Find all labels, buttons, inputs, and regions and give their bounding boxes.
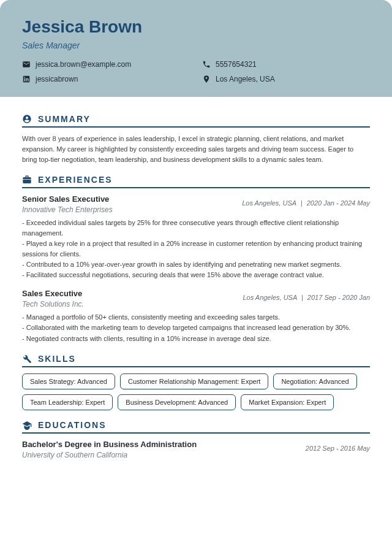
skill-pill: Market Expansion: Expert <box>241 394 334 410</box>
experience-bullets: - Exceeded individual sales targets by 2… <box>22 218 370 280</box>
section-title: EDUCATIONS <box>38 420 107 430</box>
user-icon <box>22 114 32 124</box>
section-summary: SUMMARY With over 8 years of experience … <box>22 114 370 165</box>
bullet: - Managed a portfolio of 50+ clients, co… <box>22 312 370 323</box>
contact-location: Los Angeles, USA <box>202 75 370 83</box>
contact-grid: jessica.brown@example.com 5557654321 jes… <box>22 60 370 83</box>
education-degree: Bachelor's Degree in Business Administra… <box>22 440 197 449</box>
section-experiences: EXPERIENCES Senior Sales Executive Innov… <box>22 175 370 343</box>
section-title: SUMMARY <box>38 114 91 124</box>
contact-linkedin: jessicabrown <box>22 75 190 83</box>
section-title-row: EDUCATIONS <box>22 420 370 434</box>
briefcase-icon <box>22 175 32 185</box>
experience-role: Senior Sales Executive <box>22 194 113 204</box>
skill-pill: Negotiation: Advanced <box>273 373 356 389</box>
contact-email-text: jessica.brown@example.com <box>36 60 131 69</box>
email-icon <box>22 60 31 69</box>
bullet: - Exceeded individual sales targets by 2… <box>22 218 370 239</box>
section-educations: EDUCATIONS Bachelor's Degree in Business… <box>22 420 370 459</box>
contact-email: jessica.brown@example.com <box>22 60 190 69</box>
section-skills: SKILLS Sales Strategy: Advanced Customer… <box>22 354 370 410</box>
bullet: - Negotiated contracts with clients, res… <box>22 334 370 344</box>
experience-meta: Los Angeles, USA | 2020 Jan - 2024 May <box>242 194 370 207</box>
summary-text: With over 8 years of experience in sales… <box>22 134 370 165</box>
skills-list: Sales Strategy: Advanced Customer Relati… <box>22 373 370 410</box>
experience-location: Los Angeles, USA <box>242 199 296 207</box>
section-title-row: EXPERIENCES <box>22 175 370 188</box>
experience-location: Los Angeles, USA <box>243 294 296 301</box>
resume-content: SUMMARY With over 8 years of experience … <box>0 97 392 488</box>
education-item: Bachelor's Degree in Business Administra… <box>22 440 370 459</box>
experience-item: Sales Executive Tech Solutions Inc. Los … <box>22 289 370 343</box>
graduation-icon <box>22 420 32 430</box>
location-icon <box>202 75 211 83</box>
bullet: - Contributed to a 10% year-over-year gr… <box>22 259 370 270</box>
person-name: Jessica Brown <box>22 17 370 37</box>
experience-company: Innovative Tech Enterprises <box>22 205 113 214</box>
contact-phone: 5557654321 <box>202 60 370 69</box>
experience-company: Tech Solutions Inc. <box>22 300 84 308</box>
resume-header: Jessica Brown Sales Manager jessica.brow… <box>0 0 392 97</box>
person-title: Sales Manager <box>22 40 370 50</box>
experience-role: Sales Executive <box>22 289 84 298</box>
education-dates: 2012 Sep - 2016 May <box>306 440 370 452</box>
skill-pill: Sales Strategy: Advanced <box>22 373 115 389</box>
skill-pill: Team Leadership: Expert <box>22 394 113 410</box>
section-title-row: SUMMARY <box>22 114 370 128</box>
skill-pill: Business Development: Advanced <box>118 394 236 410</box>
bullet: - Collaborated with the marketing team t… <box>22 323 370 333</box>
education-school: University of Southern California <box>22 451 197 459</box>
linkedin-icon <box>22 75 31 83</box>
experience-item: Senior Sales Executive Innovative Tech E… <box>22 194 370 280</box>
contact-location-text: Los Angeles, USA <box>216 75 275 83</box>
experience-bullets: - Managed a portfolio of 50+ clients, co… <box>22 312 370 343</box>
contact-linkedin-text: jessicabrown <box>36 75 78 83</box>
bullet: - Facilitated successful negotiations, s… <box>22 270 370 280</box>
experience-dates: 2020 Jan - 2024 May <box>307 199 370 207</box>
section-title: SKILLS <box>38 354 76 364</box>
section-title: EXPERIENCES <box>38 175 113 185</box>
section-title-row: SKILLS <box>22 354 370 367</box>
tools-icon <box>22 354 32 364</box>
experience-meta: Los Angeles, USA | 2017 Sep - 2020 Jan <box>243 289 370 301</box>
contact-phone-text: 5557654321 <box>216 60 257 69</box>
phone-icon <box>202 60 211 69</box>
skill-pill: Customer Relationship Management: Expert <box>120 373 268 389</box>
bullet: - Played a key role in a project that re… <box>22 239 370 259</box>
experience-dates: 2017 Sep - 2020 Jan <box>307 294 370 301</box>
